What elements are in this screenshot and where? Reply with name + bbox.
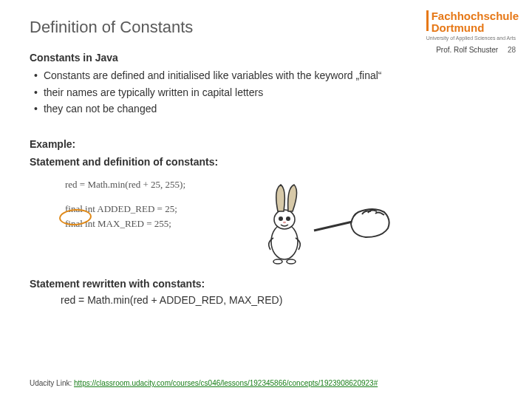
- list-item: they can not be changed: [34, 101, 502, 116]
- footer-label: Udacity Link:: [30, 379, 74, 387]
- logo-line1: Fachhochschule: [432, 10, 519, 22]
- svg-point-6: [273, 259, 282, 264]
- svg-point-7: [287, 259, 296, 264]
- footer: Udacity Link: https://classroom.udacity.…: [30, 379, 378, 387]
- code-keyword-final: final: [65, 203, 83, 214]
- svg-point-3: [279, 217, 282, 220]
- rewritten-label: Statement rewritten with constants:: [30, 276, 502, 291]
- svg-point-4: [287, 217, 290, 220]
- udacity-link[interactable]: https://classroom.udacity.com/courses/cs…: [74, 379, 378, 387]
- list-item: Constants are defined and initialised li…: [34, 68, 502, 83]
- bullet-list: Constants are defined and initialised li…: [30, 68, 502, 116]
- logo-subtitle: University of Applied Sciences and Arts: [426, 35, 519, 41]
- statement-label: Statement and definition of constants:: [30, 154, 502, 169]
- page-number: 28: [508, 46, 516, 54]
- list-item: their names are typically written in cap…: [34, 85, 502, 100]
- code-line: final int MAX_RED = 255;: [65, 216, 185, 231]
- code-line: red = Math.min(red + 25, 255);: [65, 177, 185, 192]
- byline: Prof. Rolf Schuster 28: [436, 46, 516, 54]
- svg-point-5: [283, 221, 286, 223]
- code-block: red = Math.min(red + 25, 255); final int…: [65, 177, 185, 231]
- logo-line2: Dortmund: [432, 21, 485, 34]
- rewritten-code: red = Math.min(red + ADDED_RED, MAX_RED): [30, 293, 502, 307]
- institution-logo: Fachhochschule Dortmund University of Ap…: [426, 10, 519, 41]
- author-name: Prof. Rolf Schuster: [436, 46, 498, 54]
- section-subhead: Constants in Java: [30, 50, 502, 65]
- example-label: Example:: [30, 137, 502, 151]
- code-line: int ADDED_RED = 25;: [83, 203, 177, 214]
- illustration: [244, 179, 392, 267]
